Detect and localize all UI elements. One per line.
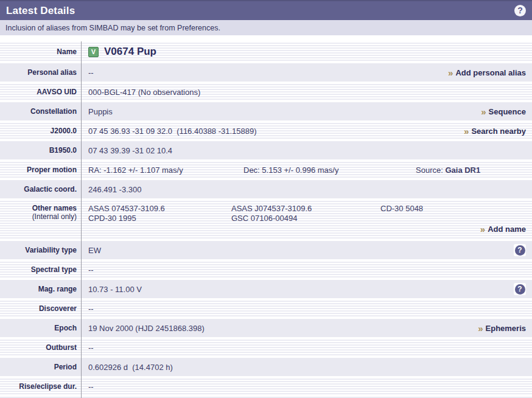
- chevron-icon: »: [481, 107, 486, 116]
- spacer: [0, 35, 532, 41]
- row-personal-alias: Personal alias -- » Add personal alias: [0, 63, 532, 83]
- row-label: J2000.0: [51, 127, 77, 135]
- row-rise-eclipse-dur: Rise/eclipse dur. --: [0, 377, 532, 397]
- star-name: V0674 Pup: [104, 46, 156, 58]
- row-proper-motion: Proper motion RA: -1.162 +/- 1.107 mas/y…: [0, 161, 532, 180]
- row-label: Epoch: [54, 324, 77, 332]
- row-b1950: B1950.0 07 43 39.39 -31 02 10.4: [0, 141, 532, 161]
- row-period: Period 0.602926 d (14.4702 h): [0, 358, 532, 377]
- other-names-list: ASAS 074537-3109.6 ASAS J074537-3109.6 C…: [88, 204, 526, 223]
- row-spectral-type: Spectral type --: [0, 260, 532, 280]
- row-label: Proper motion: [27, 166, 77, 174]
- row-sublabel: (Internal only): [32, 212, 77, 221]
- row-label: B1950.0: [49, 146, 77, 155]
- proper-motion-source: Source: Gaia DR1: [416, 166, 532, 175]
- other-name: ASAS J074537-3109.6: [231, 204, 380, 213]
- header-help-icon[interactable]: ?: [514, 5, 526, 16]
- row-label: Outburst: [46, 343, 77, 352]
- row-value: 246.491 -3.300: [88, 185, 141, 194]
- add-personal-alias-link[interactable]: » Add personal alias: [448, 68, 526, 77]
- row-aavso-uid: AAVSO UID 000-BGL-417 (No observations): [0, 83, 532, 102]
- row-value: 19 Nov 2000 (HJD 2451868.398): [88, 324, 205, 333]
- row-value: --: [88, 382, 94, 391]
- row-constellation: Constellation Puppis » Sequence: [0, 102, 532, 122]
- row-label: Variability type: [25, 246, 77, 254]
- row-value: 07 43 39.39 -31 02 10.4: [88, 146, 172, 155]
- vsx-latest-details-page: Latest Details ? Inclusion of aliases fr…: [0, 0, 532, 398]
- proper-motion-source-value: Gaia DR1: [445, 166, 480, 175]
- ephemeris-link[interactable]: » Ephemeris: [478, 324, 526, 333]
- row-label: Mag. range: [38, 285, 77, 293]
- variable-star-badge-icon: V: [88, 47, 99, 57]
- row-label: Other names: [32, 204, 77, 212]
- simbad-notice-bar: Inclusion of aliases from SIMBAD may be …: [0, 20, 532, 35]
- row-value: 0.602926 d (14.4702 h): [88, 363, 173, 372]
- search-nearby-link[interactable]: » Search nearby: [464, 127, 526, 136]
- mag-range-help-icon[interactable]: ?: [514, 283, 526, 295]
- proper-motion-dec: Dec: 5.153 +/- 0.996 mas/y: [243, 166, 416, 175]
- row-value: Puppis: [88, 107, 113, 116]
- page-header: Latest Details ?: [0, 0, 532, 20]
- row-other-names: Other names (Internal only) ASAS 074537-…: [0, 200, 532, 241]
- row-galactic-coord: Galactic coord. 246.491 -3.300: [0, 180, 532, 200]
- sequence-link[interactable]: » Sequence: [481, 107, 526, 116]
- proper-motion-ra: RA: -1.162 +/- 1.107 mas/y: [88, 166, 243, 175]
- variability-help-icon[interactable]: ?: [514, 244, 526, 256]
- row-variability-type: Variability type EW ?: [0, 241, 532, 260]
- row-name: Name V V0674 Pup: [0, 41, 532, 63]
- chevron-icon: »: [464, 127, 469, 136]
- row-value: --: [88, 343, 94, 352]
- other-name: CPD-30 1995: [88, 214, 231, 223]
- page-title: Latest Details: [6, 5, 75, 17]
- row-value: 10.73 - 11.00 V: [88, 285, 142, 294]
- row-label: Personal alias: [27, 68, 77, 77]
- chevron-icon: »: [480, 225, 485, 234]
- add-name-link[interactable]: » Add name: [480, 225, 526, 234]
- row-outburst: Outburst --: [0, 338, 532, 358]
- row-label: Constellation: [30, 107, 77, 116]
- row-j2000: J2000.0 07 45 36.93 -31 09 32.0 (116.403…: [0, 122, 532, 141]
- row-label: Period: [54, 363, 77, 371]
- row-epoch: Epoch 19 Nov 2000 (HJD 2451868.398) » Ep…: [0, 319, 532, 338]
- chevron-icon: »: [478, 324, 483, 333]
- other-name: GSC 07106-00494: [231, 214, 380, 223]
- row-value: --: [88, 265, 94, 274]
- row-value: --: [88, 68, 94, 77]
- details-table: Name V V0674 Pup Personal alias -- » Add…: [0, 41, 532, 398]
- row-value: 000-BGL-417 (No observations): [88, 88, 200, 97]
- row-mag-range: Mag. range 10.73 - 11.00 V ?: [0, 280, 532, 299]
- row-label: Galactic coord.: [24, 185, 77, 194]
- row-value: EW: [88, 246, 101, 255]
- other-name: ASAS 074537-3109.6: [88, 204, 231, 213]
- row-discoverer: Discoverer --: [0, 299, 532, 319]
- other-name: CD-30 5048: [380, 204, 526, 213]
- chevron-icon: »: [448, 68, 453, 77]
- row-label: AAVSO UID: [37, 88, 77, 96]
- row-label: Name: [57, 47, 77, 56]
- row-label: Discoverer: [39, 304, 77, 313]
- row-value: 07 45 36.93 -31 09 32.0 (116.40388 -31.1…: [88, 127, 257, 136]
- simbad-notice-text: Inclusion of aliases from SIMBAD may be …: [5, 24, 220, 32]
- row-value: --: [88, 304, 94, 313]
- row-label: Spectral type: [31, 265, 77, 274]
- row-label: Rise/eclipse dur.: [19, 382, 77, 391]
